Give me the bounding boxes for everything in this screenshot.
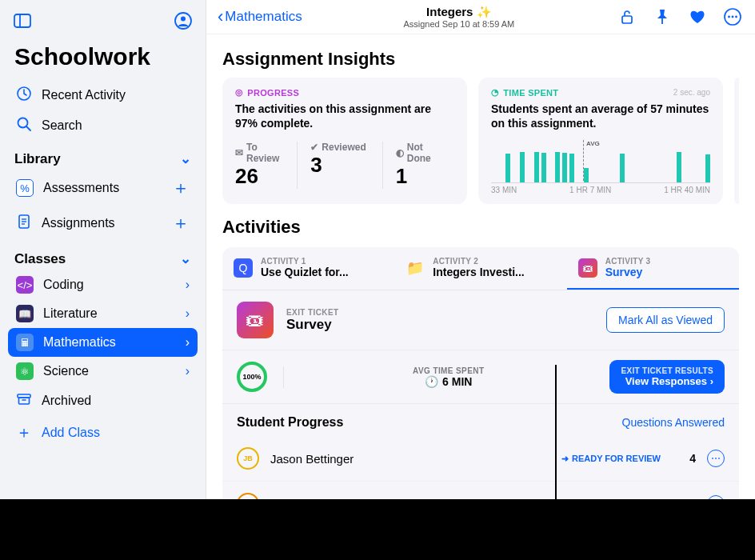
timestamp: 2 sec. ago bbox=[673, 88, 710, 97]
class-archived[interactable]: Archived bbox=[8, 386, 198, 416]
next-card-peek[interactable] bbox=[734, 78, 739, 204]
archive-icon bbox=[16, 391, 32, 410]
student-progress-heading: Student Progress bbox=[237, 415, 343, 430]
half-circle-icon: ◐ bbox=[396, 147, 404, 158]
search-icon bbox=[16, 116, 32, 135]
nav-assessments[interactable]: % Assessments ＋ bbox=[8, 170, 198, 206]
class-science[interactable]: ⚛ Science › bbox=[8, 357, 198, 386]
atom-icon: ⚛ bbox=[16, 362, 34, 380]
back-button[interactable]: ‹ Mathematics bbox=[218, 6, 302, 27]
timer-icon: ◔ bbox=[491, 87, 499, 98]
more-icon[interactable] bbox=[721, 6, 744, 28]
chevron-right-icon: › bbox=[710, 375, 713, 387]
svg-point-3 bbox=[181, 17, 186, 22]
view-responses-button[interactable]: EXIT TICKET RESULTS View Responses › bbox=[609, 360, 725, 394]
questions-answered-link[interactable]: Questions Answered bbox=[622, 416, 725, 429]
student-row[interactable]: JB Jason Bettinger ➜READY FOR REVIEW 4 ⋯ bbox=[222, 436, 739, 482]
clock-icon: 🕐 bbox=[425, 375, 438, 388]
class-mathematics[interactable]: 🖩 Mathematics › bbox=[8, 328, 198, 357]
pin-icon[interactable] bbox=[651, 6, 673, 28]
activity-kicker: EXIT TICKET bbox=[286, 308, 593, 317]
topbar: ‹ Mathematics Integers ✨ Assigned Sep 10… bbox=[206, 0, 755, 34]
avatar: JB bbox=[237, 447, 259, 470]
chevron-right-icon: › bbox=[186, 335, 190, 350]
code-icon: </> bbox=[16, 276, 34, 294]
sidebar: Schoolwork Recent Activity Search Librar… bbox=[0, 0, 206, 499]
clock-icon bbox=[16, 86, 32, 105]
status-badge: ➜READY FOR REVIEW bbox=[561, 454, 661, 464]
letterbox bbox=[0, 499, 755, 560]
activity-tab-3[interactable]: 🎟 ACTIVITY 3Survey bbox=[567, 247, 739, 290]
plus-icon[interactable]: ＋ bbox=[172, 176, 190, 200]
avatar: CB bbox=[237, 493, 259, 499]
class-coding[interactable]: </> Coding › bbox=[8, 270, 198, 299]
progress-card[interactable]: ◎ PROGRESS The activities on this assign… bbox=[222, 78, 467, 204]
svg-rect-14 bbox=[622, 16, 632, 23]
class-literature[interactable]: 📖 Literature › bbox=[8, 299, 198, 328]
svg-point-18 bbox=[732, 16, 734, 18]
page-title: Integers ✨ Assigned Sep 10 at 8:59 AM bbox=[403, 5, 514, 29]
library-header[interactable]: Library ⌄ bbox=[8, 141, 198, 170]
folder-icon: 📁 bbox=[405, 258, 425, 278]
chevron-right-icon: › bbox=[186, 278, 190, 292]
classes-header[interactable]: Classes ⌄ bbox=[8, 241, 198, 270]
chevron-down-icon: ⌄ bbox=[180, 250, 191, 267]
book-icon: 📖 bbox=[16, 305, 34, 322]
percent-icon: % bbox=[16, 179, 34, 197]
lock-open-icon[interactable] bbox=[616, 6, 638, 28]
main-content: ‹ Mathematics Integers ✨ Assigned Sep 10… bbox=[206, 0, 755, 499]
chevron-right-icon: › bbox=[186, 306, 190, 321]
time-histogram: AVG bbox=[491, 142, 710, 183]
nav-assignments[interactable]: Assignments ＋ bbox=[8, 206, 198, 241]
ticket-icon: 🎟 bbox=[578, 258, 597, 278]
activities-heading: Activities bbox=[222, 217, 739, 238]
chevron-left-icon: ‹ bbox=[218, 6, 223, 27]
mark-all-viewed-button[interactable]: Mark All as Viewed bbox=[606, 307, 725, 333]
chevron-right-icon: › bbox=[186, 364, 190, 378]
svg-line-6 bbox=[26, 126, 30, 130]
plus-icon: ＋ bbox=[16, 422, 32, 443]
arrow-circle-icon: ➜ bbox=[561, 454, 569, 464]
student-row[interactable]: CB Chella Boehm ➜READY FOR REVIEW 4 ⋯ bbox=[222, 482, 739, 499]
svg-point-19 bbox=[735, 16, 737, 18]
activities-panel: Q ACTIVITY 1Use Quizlet for... 📁 ACTIVIT… bbox=[222, 247, 739, 499]
check-circle-icon: ✔ bbox=[310, 142, 318, 153]
svg-rect-12 bbox=[19, 398, 30, 404]
insights-heading: Assignment Insights bbox=[222, 49, 739, 70]
activity-tab-2[interactable]: 📁 ACTIVITY 2Integers Investi... bbox=[394, 247, 566, 290]
heart-icon[interactable] bbox=[686, 6, 709, 28]
activity-title: Survey bbox=[286, 317, 593, 333]
nav-search[interactable]: Search bbox=[8, 110, 198, 141]
account-icon[interactable] bbox=[172, 10, 194, 32]
svg-point-17 bbox=[728, 16, 730, 18]
add-class-button[interactable]: ＋ Add Class bbox=[8, 416, 198, 449]
nav-recent-activity[interactable]: Recent Activity bbox=[8, 80, 198, 110]
chevron-down-icon: ⌄ bbox=[180, 150, 191, 167]
app-title: Schoolwork bbox=[8, 40, 198, 80]
document-icon bbox=[16, 214, 32, 233]
completion-ring: 100% bbox=[237, 362, 267, 392]
svg-rect-0 bbox=[14, 14, 30, 27]
calculator-icon: 🖩 bbox=[16, 334, 34, 351]
target-icon: ◎ bbox=[235, 87, 243, 98]
sidebar-toggle-icon[interactable] bbox=[11, 10, 34, 32]
quizlet-icon: Q bbox=[234, 258, 253, 278]
plus-icon[interactable]: ＋ bbox=[172, 211, 190, 235]
row-more-button[interactable]: ⋯ bbox=[707, 450, 725, 467]
avg-marker: AVG bbox=[583, 140, 600, 181]
avg-time-label: AVG TIME SPENT bbox=[303, 366, 593, 375]
time-spent-card[interactable]: ◔TIME SPENT 2 sec. ago Students spent an… bbox=[478, 78, 723, 204]
survey-icon: 🎟 bbox=[237, 302, 274, 338]
inbox-icon: ✉ bbox=[235, 147, 243, 158]
activity-tab-1[interactable]: Q ACTIVITY 1Use Quizlet for... bbox=[222, 247, 394, 290]
